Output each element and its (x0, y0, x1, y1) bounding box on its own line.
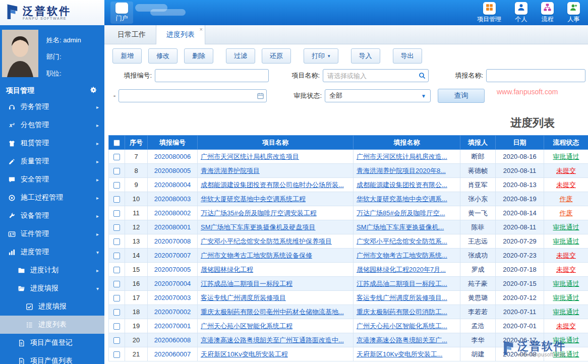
cell-project-link[interactable]: 成都能源建设集团投资有限公司临时办公场所装... (201, 181, 344, 189)
column-header-date[interactable]: 日期 (496, 136, 544, 150)
row-checkbox[interactable] (113, 168, 120, 174)
cell-project-link[interactable]: 天府新区10Kv变电所安装工程 (201, 350, 288, 358)
cell-status-link[interactable]: 未提交 (556, 252, 576, 259)
cell-fill-name-link[interactable]: 广州市文物考古工地安防系统... (357, 252, 447, 259)
cell-fill-no-link[interactable]: 2020080005 (154, 167, 191, 174)
sidebar-section-header[interactable]: 项目管理 (0, 84, 104, 98)
cell-fill-no-link[interactable]: 2020080004 (154, 181, 191, 189)
cell-fill-name-link[interactable]: 青海洪湖养护院项目2020年8... (357, 167, 446, 174)
close-icon[interactable]: × (200, 27, 203, 32)
cell-fill-no-link[interactable]: 2020070008 (154, 237, 191, 245)
cell-status-link[interactable]: 作废 (560, 209, 573, 217)
cell-fill-name-link[interactable]: 京港澳高速公路粤境韶关至广... (357, 336, 447, 344)
cell-status-link[interactable]: 审批通过 (553, 223, 579, 231)
nav-item-portal[interactable]: 门户 (110, 2, 133, 24)
row-checkbox[interactable] (113, 267, 120, 273)
cell-fill-no-link[interactable]: 2020080002 (154, 209, 191, 217)
cell-project-link[interactable]: 广州天心苑小区智能化系统工程 (201, 322, 292, 330)
cell-project-link[interactable]: 广州市文物考古工地安防系统设备保修 (201, 252, 312, 259)
cell-project-link[interactable]: 重庆太极制药有限公司亳州中药材仓储物流基地... (201, 308, 344, 316)
cell-fill-no-link[interactable]: 2020070001 (154, 322, 191, 330)
sidebar-item-13[interactable]: 项目产值登记 (0, 334, 104, 352)
还原-button[interactable]: 还原 (262, 48, 291, 64)
过滤-button[interactable]: 过滤 (226, 48, 255, 64)
cell-project-link[interactable]: 广安邓小平纪念馆安全防范系统维护保养项目 (201, 237, 332, 245)
cell-fill-no-link[interactable]: 2020080006 (154, 153, 191, 160)
row-checkbox[interactable] (113, 182, 120, 189)
fill-name-input[interactable] (486, 69, 585, 82)
sidebar-item-6[interactable]: 设备管理▸ (0, 207, 104, 225)
sidebar-item-8[interactable]: 进度管理▾ (0, 243, 104, 261)
cell-project-link[interactable]: 京港澳高速公路粤境韶关至广州互通路面改造中... (201, 336, 344, 344)
cell-fill-name-link[interactable]: 万达广场85#会所及咖啡厅空... (357, 209, 445, 217)
cell-project-link[interactable]: 广州市天河区统计局机房改造项目 (201, 153, 299, 160)
cell-fill-no-link[interactable]: 2020080003 (154, 195, 191, 203)
cell-fill-name-link[interactable]: 成都能源建设集团投资有限公... (357, 181, 447, 189)
修改-button[interactable]: 修改 (148, 48, 178, 64)
cell-fill-name-link[interactable]: 天府新区10Kv变电所安装工... (357, 350, 442, 358)
row-checkbox[interactable] (113, 337, 120, 344)
column-header-person[interactable]: 填报人 (460, 136, 496, 150)
row-checkbox[interactable] (113, 210, 120, 217)
fill-no-input[interactable] (155, 69, 269, 82)
gear-icon[interactable] (90, 86, 97, 95)
cell-fill-name-link[interactable]: 晟铭园林绿化工程2020年7月... (357, 266, 446, 273)
cell-fill-name-link[interactable]: 广州天心苑小区智能化系统工... (357, 322, 447, 330)
project-input[interactable] (323, 69, 429, 82)
column-header-project[interactable]: 项目名称 (198, 136, 354, 150)
cell-status-link[interactable]: 审批通过 (553, 294, 579, 301)
导出-button[interactable]: 导出 (393, 48, 422, 64)
select-all-checkbox[interactable] (113, 140, 120, 146)
cell-project-link[interactable]: 客运专线广州调度所装修项目 (201, 294, 286, 301)
nav-item-grid[interactable]: 项目管理 (477, 2, 501, 24)
row-checkbox[interactable] (113, 224, 120, 231)
cell-fill-name-link[interactable]: SM广场地下车库更换摄像机... (357, 223, 444, 231)
nav-item-flow[interactable]: 流程 (541, 2, 554, 24)
cell-fill-name-link[interactable]: 江苏成品油二期项目一标段工... (357, 280, 447, 287)
search-icon[interactable] (418, 72, 426, 80)
row-checkbox[interactable] (113, 351, 120, 358)
cell-fill-no-link[interactable]: 2020070002 (154, 308, 191, 316)
cell-fill-no-link[interactable]: 2020070005 (154, 266, 191, 273)
sidebar-item-1[interactable]: x²分包管理▸ (0, 116, 104, 134)
status-select[interactable]: 全部 ▼ (325, 89, 431, 102)
cell-status-link[interactable]: 审批通过 (553, 350, 579, 358)
row-checkbox[interactable] (113, 253, 120, 259)
cell-fill-name-link[interactable]: 重庆太极制药有限公司消防工... (357, 308, 447, 316)
cell-status-link[interactable]: 审批通过 (553, 280, 579, 287)
row-checkbox[interactable] (113, 323, 120, 330)
tab-active[interactable]: 进度列表× (156, 25, 205, 44)
nav-item-people[interactable]: 人事 (567, 2, 580, 24)
sidebar-item-7[interactable]: 证件管理▸ (0, 225, 104, 243)
column-header-seq[interactable]: 序号 (125, 136, 148, 150)
sidebar-item-4[interactable]: 安全管理▸ (0, 170, 104, 189)
cell-fill-no-link[interactable]: 2020070003 (154, 294, 191, 301)
cell-project-link[interactable]: 万达广场35#会所及咖啡厅空调安装工程 (201, 209, 317, 217)
cell-fill-no-link[interactable]: 2020070004 (154, 280, 191, 287)
cell-fill-name-link[interactable]: 华软大厦研究基地中央空调系... (357, 195, 447, 203)
row-checkbox[interactable] (113, 154, 120, 160)
sidebar-item-11[interactable]: 进度填报 (0, 297, 104, 316)
column-header-status[interactable]: 流程状态 (544, 136, 588, 150)
sidebar-item-5[interactable]: 施工过程管理▸ (0, 189, 104, 207)
sidebar-item-3[interactable]: 质量管理▸ (0, 152, 104, 170)
cell-project-link[interactable]: 青海洪湖养护院项目 (201, 167, 260, 174)
cell-fill-no-link[interactable]: 2020070007 (154, 252, 191, 259)
打印-button[interactable]: 打印▾ (304, 48, 338, 64)
date-input[interactable] (119, 89, 267, 102)
cell-status-link[interactable]: 审批通过 (553, 308, 579, 316)
sidebar-item-10[interactable]: 进度填报▾ (0, 279, 104, 297)
cell-fill-name-link[interactable]: 客运专线广州调度所装修项目... (357, 294, 447, 301)
row-checkbox[interactable] (113, 238, 120, 245)
query-button[interactable]: 查询 (438, 89, 485, 103)
cell-fill-name-link[interactable]: 广州市天河区统计局机房改造... (357, 153, 447, 160)
sidebar-item-12[interactable]: 进度列表 (0, 316, 104, 334)
sidebar-item-9[interactable]: 进度计划▸ (0, 261, 104, 279)
nav-item-person[interactable]: 个人 (515, 2, 527, 24)
sidebar-item-2[interactable]: 租赁管理▸ (0, 134, 104, 152)
calendar-icon[interactable] (257, 92, 264, 100)
cell-fill-no-link[interactable]: 2020060008 (154, 336, 191, 344)
cell-status-link[interactable]: 审批通过 (553, 237, 579, 245)
row-checkbox[interactable] (113, 196, 120, 203)
cell-fill-name-link[interactable]: 广安邓小平纪念馆安全防范系... (357, 237, 447, 245)
